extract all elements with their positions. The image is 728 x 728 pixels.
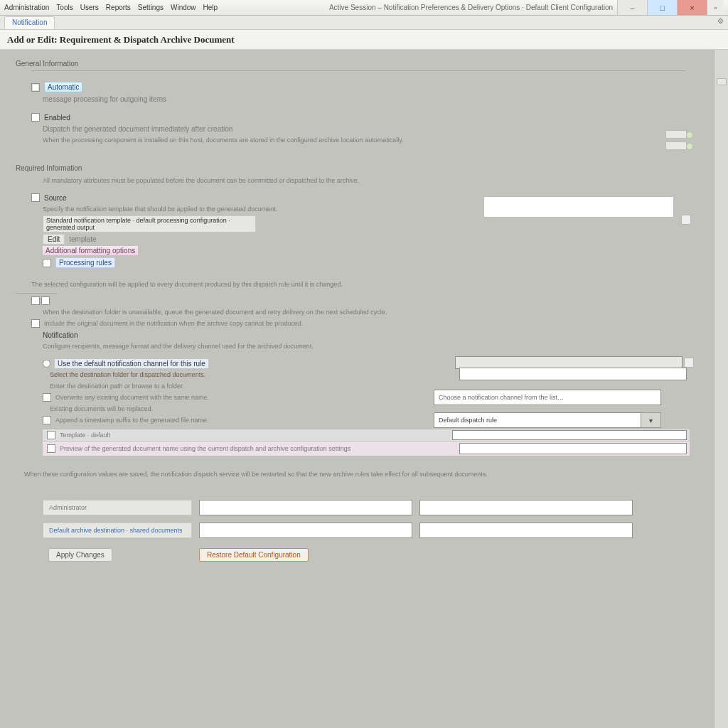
label: Configure recipients, message format and…	[43, 343, 314, 350]
browse-icon[interactable]	[684, 358, 694, 368]
checkbox[interactable]	[31, 113, 40, 122]
menu-item[interactable]: Help	[203, 4, 218, 11]
restore-defaults-button[interactable]: Restore Default Configuration	[199, 548, 309, 562]
row-template-chip: Standard notification template · default…	[43, 215, 690, 233]
bottom-grid: Administrator Default archive destinatio…	[43, 500, 711, 564]
label: Specify the notification template that s…	[43, 205, 277, 213]
status-icons	[665, 130, 687, 150]
label: When the processing component is install…	[43, 136, 404, 144]
combo-value: Default dispatch rule	[439, 417, 497, 424]
row-queue: When the destination folder is unavailab…	[43, 306, 711, 318]
grid-input[interactable]	[419, 500, 633, 515]
row-timestamp: Append a timestamp suffix to the generat…	[43, 414, 690, 426]
radio[interactable]	[43, 360, 50, 368]
workspace: General Information Automatic message pr…	[0, 50, 728, 728]
row-formatting: Additional formatting options	[43, 245, 711, 257]
row-enabled-desc: Dispatch the generated document immediat…	[43, 123, 711, 134]
edit-chip[interactable]: Edit	[43, 234, 65, 245]
rule-combo[interactable]: Default dispatch rule ▾	[434, 412, 661, 428]
minimap-mark-icon	[717, 78, 727, 85]
menu-item[interactable]: Window	[171, 4, 196, 11]
tab-notification[interactable]: Notification	[4, 16, 55, 29]
content-area: General Information Automatic message pr…	[0, 50, 714, 728]
row-dest-desc: Select the destination folder for dispat…	[50, 369, 690, 380]
menu-item[interactable]: Tools	[56, 4, 73, 11]
checkbox[interactable]	[31, 296, 40, 305]
processing-chip[interactable]: Processing rules	[55, 257, 115, 268]
section-required-heading: Required Information	[16, 164, 711, 172]
grid-hint	[24, 487, 711, 498]
grid-action-cell: Apply Changes	[43, 545, 192, 564]
label: When the destination folder is unavailab…	[43, 309, 387, 316]
menu-item[interactable]: Administration	[4, 4, 49, 11]
label: Preview of the generated document name u…	[60, 445, 350, 452]
divider	[31, 70, 685, 71]
minimize-button[interactable]: –	[617, 0, 647, 15]
maximize-button[interactable]: □	[647, 0, 677, 15]
titlebar-caption: Active Session – Notification Preference…	[329, 4, 613, 11]
preview-row: Preview of the generated document name u…	[43, 441, 690, 456]
checkbox[interactable]	[41, 296, 50, 305]
template-tag-row: Template · default	[43, 429, 690, 441]
label: Template · default	[60, 432, 110, 439]
page-title: Add or Edit: Requirement & Dispatch Arch…	[0, 30, 728, 50]
checkbox[interactable]	[31, 193, 40, 202]
chip-automatic[interactable]: Automatic	[44, 82, 82, 92]
template-chip[interactable]: Standard notification template · default…	[43, 215, 256, 232]
browse-icon[interactable]	[681, 215, 691, 225]
gear-icon[interactable]: ⚙	[717, 17, 724, 25]
label: template	[69, 235, 96, 243]
preview-field[interactable]	[459, 443, 687, 454]
window-buttons: – □ × ▫	[617, 0, 724, 15]
label: Overwrite any existing document with the…	[55, 394, 209, 401]
checkbox[interactable]	[43, 393, 51, 402]
checkbox[interactable]	[47, 444, 55, 453]
grid-input[interactable]	[199, 523, 412, 538]
row-enabled-note: When the processing component is install…	[43, 134, 682, 146]
grid-input[interactable]	[199, 500, 412, 515]
menu-item[interactable]: Users	[80, 4, 99, 11]
grid-action-cell: Restore Default Configuration	[199, 545, 412, 564]
tag-field[interactable]	[452, 430, 687, 440]
row-automatic: Automatic	[31, 81, 711, 93]
destination-input[interactable]	[459, 368, 687, 380]
label: All mandatory attributes must be populat…	[43, 177, 359, 184]
grid-label-admin: Administrator	[43, 500, 192, 515]
footer-note-row: When these configuration values are save…	[24, 469, 678, 480]
status-pill-icon	[665, 130, 687, 139]
aux-window-button[interactable]: ▫	[707, 0, 724, 15]
channel-combo[interactable]: Choose a notification channel from the l…	[434, 390, 661, 405]
tab-strip: Notification ⚙	[0, 16, 728, 30]
grid-input[interactable]	[419, 523, 633, 538]
grid-label-archive: Default archive destination · shared doc…	[43, 523, 192, 538]
label: Existing documents will be replaced.	[50, 405, 153, 412]
checkbox[interactable]	[43, 259, 51, 267]
label: message processing for outgoing items	[43, 95, 166, 103]
row-required-note: All mandatory attributes must be populat…	[43, 175, 711, 186]
chevron-down-icon[interactable]: ▾	[641, 412, 661, 428]
checkbox[interactable]	[43, 416, 51, 424]
label: Select the destination folder for dispat…	[50, 371, 205, 378]
apply-button[interactable]: Apply Changes	[48, 548, 112, 562]
row-edit-link: Edit template	[43, 233, 711, 245]
row-summary: The selected configuration will be appli…	[31, 279, 711, 290]
menu-item[interactable]: Reports	[106, 4, 131, 11]
label: Dispatch the generated document immediat…	[43, 125, 232, 133]
checkbox[interactable]	[47, 431, 55, 439]
checkbox[interactable]	[31, 83, 40, 92]
label: When these configuration values are save…	[24, 471, 488, 478]
row-enabled: Enabled	[31, 112, 711, 123]
row-notification-desc: Configure recipients, message format and…	[43, 341, 711, 352]
label-source: Source	[44, 194, 67, 202]
row-processing: Processing rules	[43, 257, 711, 269]
close-button[interactable]: ×	[677, 0, 707, 15]
formatting-chip[interactable]: Additional formatting options	[43, 246, 138, 256]
menu-item[interactable]: Settings	[138, 4, 164, 11]
label: Append a timestamp suffix to the generat…	[55, 417, 208, 424]
combo-placeholder: Choose a notification channel from the l…	[439, 394, 564, 401]
label-enabled: Enabled	[44, 114, 70, 122]
checkbox[interactable]	[31, 319, 40, 328]
row-overwrite: Overwrite any existing document with the…	[43, 392, 690, 403]
row-notification-subhead: Notification	[43, 329, 711, 341]
minimap-gutter[interactable]	[714, 50, 728, 728]
